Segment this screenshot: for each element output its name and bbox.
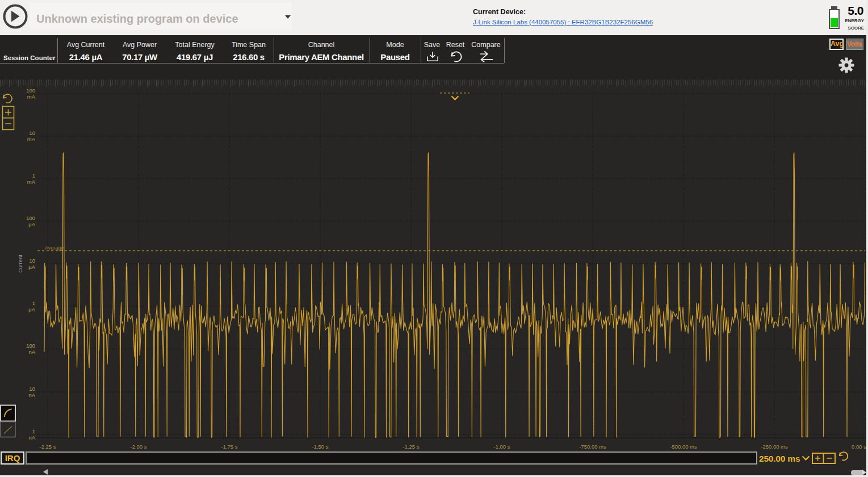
svg-text:-2.00 s: -2.00 s [130,444,146,450]
svg-text:mA: mA [27,136,36,142]
svg-text:-750.00 ms: -750.00 ms [579,444,606,450]
svg-text:1: 1 [32,300,35,306]
svg-text:-2.25 s: -2.25 s [39,444,56,450]
svg-text:mA: mA [27,94,36,100]
svg-text:µA: µA [28,306,35,313]
svg-text:-500.00 ms: -500.00 ms [670,444,697,450]
svg-text:nA: nA [28,349,35,355]
svg-text:100: 100 [26,87,35,94]
svg-text:0.00 s: 0.00 s [852,444,866,450]
svg-text:10: 10 [29,258,35,264]
svg-text:1: 1 [32,172,35,179]
svg-text:1: 1 [32,428,35,434]
svg-text:µA: µA [28,221,35,227]
svg-text:-1.75 s: -1.75 s [221,444,237,450]
svg-text:-1.00 s: -1.00 s [493,444,510,450]
svg-text:10: 10 [29,386,35,392]
svg-text:-1.25 s: -1.25 s [402,444,419,450]
svg-text:nA: nA [28,434,35,441]
svg-text:10: 10 [29,130,35,136]
svg-text:nA: nA [28,392,35,398]
svg-text:100: 100 [26,343,35,349]
svg-text:mA: mA [27,179,36,185]
svg-text:µA: µA [28,264,35,270]
svg-text:-250.00 ms: -250.00 ms [761,444,788,450]
svg-text:100: 100 [26,215,35,221]
svg-text:-1.50 s: -1.50 s [312,444,328,450]
svg-text:Current: Current [17,255,23,273]
svg-text:Average: Average [45,245,64,251]
